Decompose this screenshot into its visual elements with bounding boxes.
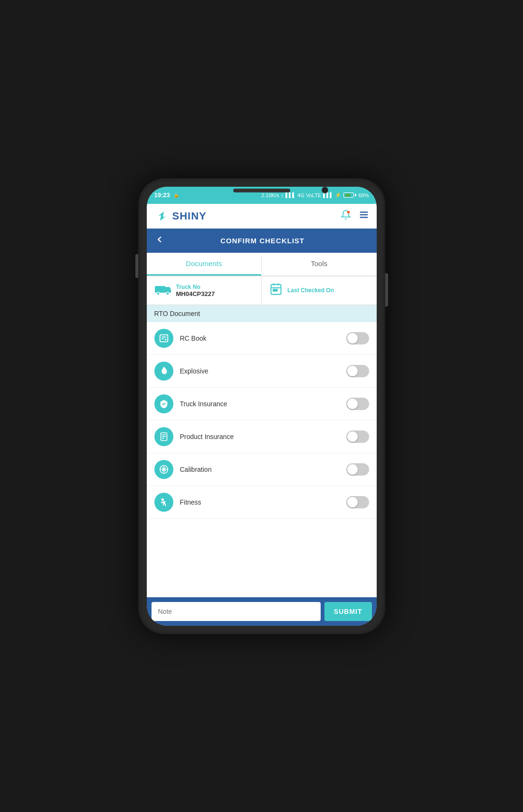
explosive-toggle[interactable] (346, 365, 369, 377)
bell-icon[interactable] (341, 210, 351, 222)
product-insurance-label: Product Insurance (180, 433, 340, 440)
calendar-icon (269, 282, 283, 298)
svg-rect-11 (273, 289, 275, 291)
calibration-icon (154, 460, 173, 479)
truck-icon (154, 282, 171, 299)
rc-book-label: RC Book (180, 334, 340, 342)
list-item: Explosive (147, 355, 377, 388)
product-insurance-icon (154, 427, 173, 446)
fitness-toggle[interactable] (346, 496, 369, 508)
svg-point-0 (347, 211, 350, 214)
svg-point-6 (166, 292, 169, 295)
product-insurance-toggle[interactable] (346, 430, 369, 443)
front-camera (322, 187, 328, 193)
rc-book-icon (154, 329, 173, 348)
page-title: CONFIRM CHECKLIST (171, 237, 355, 245)
submit-button[interactable]: SUBMIT (324, 602, 372, 621)
tab-documents[interactable]: Documents (147, 253, 262, 276)
explosive-label: Explosive (180, 367, 340, 375)
phone-frame: 19:23 🔒 2.10K/s ↕ ▌▌▌ 4G VoLTE ▌▌▌ ⚡ (138, 178, 385, 634)
truck-insurance-label: Truck Insurance (180, 400, 340, 408)
truck-insurance-icon (154, 394, 173, 413)
svg-point-16 (164, 338, 166, 340)
bottom-bar: SUBMIT (147, 597, 377, 626)
list-item: Fitness (147, 486, 377, 519)
note-input[interactable] (152, 602, 321, 621)
back-button[interactable] (154, 234, 165, 247)
svg-rect-12 (276, 289, 277, 291)
logo-text: SHINY (172, 210, 207, 222)
app-header: SHINY (147, 204, 377, 229)
page-title-bar: CONFIRM CHECKLIST (147, 229, 377, 253)
list-item: Calibration (147, 453, 377, 486)
tabs: Documents Tools (147, 253, 377, 277)
battery-icon (343, 192, 356, 198)
svg-point-27 (163, 468, 164, 470)
list-item: Truck Insurance (147, 388, 377, 420)
calibration-label: Calibration (180, 466, 340, 473)
svg-point-5 (157, 292, 160, 295)
status-right: 2.10K/s ↕ ▌▌▌ 4G VoLTE ▌▌▌ ⚡ 69% (261, 192, 369, 198)
fitness-label: Fitness (180, 498, 340, 506)
calibration-toggle[interactable] (346, 463, 369, 476)
rc-book-toggle[interactable] (346, 332, 369, 344)
hamburger-menu-icon[interactable] (359, 210, 369, 222)
speaker (233, 189, 290, 192)
list-item: RC Book (147, 322, 377, 355)
logo-icon (154, 209, 170, 224)
svg-rect-4 (155, 286, 165, 293)
truck-info-bar: Truck No MH04CP3227 (147, 277, 377, 305)
explosive-icon (154, 362, 173, 381)
truck-insurance-toggle[interactable] (346, 398, 369, 410)
checklist: RTO Document RC Book (147, 305, 377, 597)
fitness-icon (154, 493, 173, 512)
section-header-rto: RTO Document (147, 305, 377, 322)
truck-no-section: Truck No MH04CP3227 (147, 277, 262, 305)
last-checked-label: Last Checked On (287, 287, 334, 294)
logo-area: SHINY (154, 209, 207, 224)
last-checked-section: Last Checked On (262, 277, 377, 305)
list-item: Product Insurance (147, 420, 377, 453)
tab-tools[interactable]: Tools (262, 253, 377, 276)
truck-no-value: MH04CP3227 (176, 290, 215, 297)
header-icons (341, 210, 369, 222)
app-screen: 19:23 🔒 2.10K/s ↕ ▌▌▌ 4G VoLTE ▌▌▌ ⚡ (147, 187, 377, 626)
phone-screen: 19:23 🔒 2.10K/s ↕ ▌▌▌ 4G VoLTE ▌▌▌ ⚡ (147, 187, 377, 626)
status-time: 19:23 🔒 (154, 191, 179, 199)
truck-no-label: Truck No (176, 284, 215, 290)
